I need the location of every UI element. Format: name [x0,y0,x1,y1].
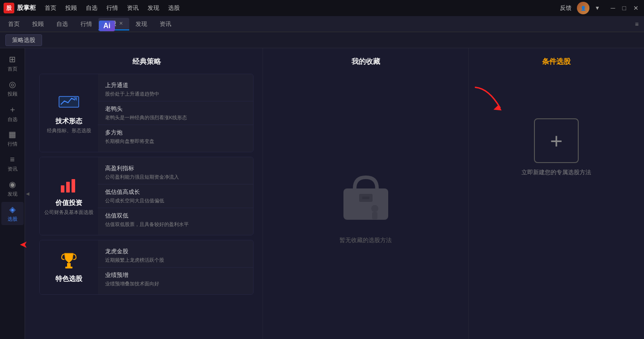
sidebar-item-news[interactable]: ≡ 资讯 [1,152,24,175]
nav-stocks[interactable]: 选股 [168,4,180,12]
nav-news[interactable]: 资讯 [127,4,139,12]
favorites-empty-state: 暂无收藏的选股方法 [321,74,411,330]
value-bar-chart-icon [59,176,79,195]
titlebar-right: 反馈 👤 ▼ ─ □ ✕ [560,2,640,14]
add-condition-button[interactable]: + [534,118,579,163]
svg-rect-9 [362,197,369,199]
value-card: 价值投资 公司财务及基本面选股 高盈利指标 公司盈利能力强且短期资金净流入 低估… [39,157,254,235]
add-condition-area: + 立即新建您的专属选股方法 [521,92,591,176]
classic-strategies-panel: 经典策略 技术形态 经典指标、 [30,48,263,339]
special-card-title: 特色选股 [55,275,82,283]
nav-watchlist[interactable]: 自选 [86,4,97,12]
tab-news[interactable]: 资讯 [153,18,178,30]
strategy-item-dragon-tiger[interactable]: 龙虎金股 近期频繁上龙虎榜活跃个股 [98,244,253,268]
special-card: 特色选股 龙虎金股 近期频繁上龙虎榜活跃个股 业绩预增 业绩预增叠加技术面向好 [39,240,254,295]
sidebar: ⊞ 首页 ◎ 投顾 ＋ 自选 ▦ 行情 ≡ 资讯 ◉ 发现 [0,48,25,339]
collapse-tabs-button[interactable]: ≡ [635,21,639,28]
minimize-button[interactable]: ─ [609,4,617,12]
svg-rect-6 [65,267,72,268]
sidebar-item-discover[interactable]: ◉ 发现 [1,177,24,200]
svg-rect-5 [67,263,71,267]
value-card-icon-area[interactable]: 价值投资 公司财务及基本面选股 [40,157,98,235]
full-area: 策略选股 ⊞ 首页 ◎ 投顾 ＋ 自选 ▦ 行情 ≡ 资讯 [0,32,644,339]
classic-strategies-title: 经典策略 [39,57,254,67]
svg-rect-4 [72,179,75,193]
advisor-icon: ◎ [9,80,16,89]
svg-point-10 [371,205,378,212]
svg-rect-11 [372,212,377,219]
technical-card-items: 上升通道 股价处于上升通道趋势中 老鸭头 老鸭头是一种经典的强烈看涨K线形态 多… [98,74,253,152]
sidebar-item-market[interactable]: ▦ 行情 [1,127,24,150]
condition-stocks-title: 条件选股 [542,57,571,67]
tab-close-icon[interactable]: ✕ [119,21,123,26]
discover-icon: ◉ [9,180,16,189]
page-content: ⊞ 首页 ◎ 投顾 ＋ 自选 ▦ 行情 ≡ 资讯 ◉ 发现 [0,48,644,339]
strategy-select-button[interactable]: 策略选股 [5,34,42,46]
app-title: 股掌柜 [17,4,36,12]
trophy-icon [59,250,79,271]
tab-advisor[interactable]: 投顾 [26,18,50,30]
titlebar-nav: 首页 投顾 自选 行情 资讯 发现 选股 [45,4,180,12]
strategy-item-high-profit[interactable]: 高盈利指标 公司盈利能力强且短期资金净流入 [98,161,253,184]
favorites-title: 我的收藏 [352,57,380,67]
technical-chart-icon [58,92,80,113]
feedback-button[interactable]: 反馈 [560,4,572,12]
watchlist-icon: ＋ [8,104,17,115]
plus-icon: + [550,129,563,153]
strategy-item-low-val-growth[interactable]: 低估值高成长 公司成长空间大且估值偏低 [98,184,253,208]
svg-rect-3 [66,182,70,193]
nav-market[interactable]: 行情 [106,4,118,12]
sidebar-item-watchlist[interactable]: ＋ 自选 [1,102,24,125]
nav-advisor[interactable]: 投顾 [65,4,77,12]
sidebar-item-advisor[interactable]: ◎ 投顾 [1,77,24,100]
logo-icon: 股 [4,3,14,13]
nav-discover[interactable]: 发现 [148,4,159,12]
condition-stocks-panel: 条件选股 + 立即新建您的专属选股方法 [469,48,644,339]
strategy-item-channel[interactable]: 上升通道 股价处于上升通道趋势中 [98,78,253,101]
market-icon: ▦ [8,130,16,139]
strategy-item-bullish-cannon[interactable]: 多方炮 长期横向盘整即将变盘 [98,125,253,148]
tab-watchlist[interactable]: 自选 [50,18,74,30]
three-columns: 经典策略 技术形态 经典指标、 [30,48,644,339]
tab-home[interactable]: 首页 [2,18,26,30]
titlebar: 股 股掌柜 首页 投顾 自选 行情 资讯 发现 选股 反馈 👤 ▼ ─ □ ✕ [0,0,644,16]
nav-home[interactable]: 首页 [45,4,56,12]
svg-rect-2 [61,185,64,193]
main-content: 经典策略 技术形态 经典指标、 [30,48,644,339]
tab-stocks[interactable]: 选股 ✕ [98,18,129,30]
window-controls: ─ □ ✕ [609,4,640,12]
sidebar-item-stock-select[interactable]: ◈ 选股 [1,202,24,225]
sidebar-item-home[interactable]: ⊞ 首页 [1,52,24,75]
sidebar-collapse-button[interactable]: ◀ [25,48,30,339]
tab-market[interactable]: 行情 [74,18,98,30]
value-card-subtitle: 公司财务及基本面选股 [44,209,93,216]
value-card-items: 高盈利指标 公司盈利能力强且短期资金净流入 低估值高成长 公司成长空间大且估值偏… [98,157,253,235]
favorites-panel: 我的收藏 [263,48,469,339]
close-button[interactable]: ✕ [631,4,640,12]
red-arrow-indicator [465,82,515,121]
special-card-items: 龙虎金股 近期频繁上龙虎榜活跃个股 业绩预增 业绩预增叠加技术面向好 [98,240,253,294]
stock-select-icon: ◈ [9,205,16,214]
technical-card-icon-area[interactable]: 技术形态 经典指标、形态选股 [40,74,98,152]
strategy-item-duck-head[interactable]: 老鸭头 老鸭头是一种经典的强烈看涨K线形态 [98,101,253,125]
technical-card-subtitle: 经典指标、形态选股 [47,127,91,134]
tab-discover[interactable]: 发现 [129,18,153,30]
tabbar-right: ≡ [635,21,642,28]
avatar-chevron-icon[interactable]: ▼ [595,5,600,11]
app-logo: 股 股掌柜 [4,3,36,13]
favorites-empty-text: 暂无收藏的选股方法 [339,236,392,244]
special-card-icon-area[interactable]: 特色选股 [40,240,98,294]
value-card-title: 价值投资 [55,199,82,207]
strategy-item-dual-low[interactable]: 估值双低 估值双低股票，且具备较好的盈利水平 [98,208,253,231]
strategy-item-earnings-growth[interactable]: 业绩预增 业绩预增叠加技术面向好 [98,268,253,291]
tabbar: 首页 投顾 自选 行情 选股 ✕ 发现 资讯 ≡ [0,16,644,32]
technical-card-title: 技术形态 [55,117,82,126]
maximize-button[interactable]: □ [621,4,628,12]
user-avatar[interactable]: 👤 [577,2,589,14]
technical-card: 技术形态 经典指标、形态选股 上升通道 股价处于上升通道趋势中 老鸭头 老鸭头是… [39,74,254,152]
news-icon: ≡ [10,155,15,164]
toolbar: 策略选股 [0,32,644,48]
home-icon: ⊞ [9,54,16,64]
empty-illustration [321,159,411,231]
svg-rect-7 [343,188,388,220]
